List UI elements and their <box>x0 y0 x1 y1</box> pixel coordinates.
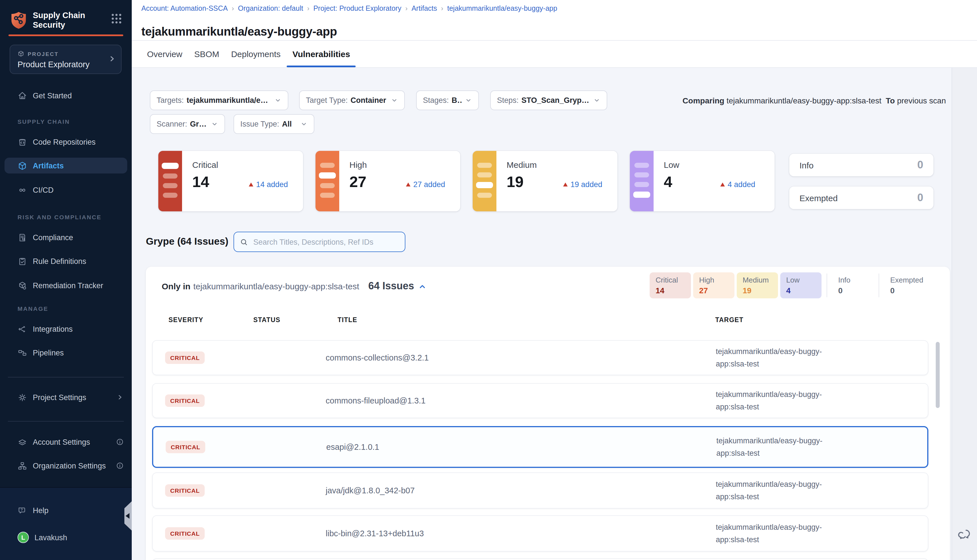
tab-vulnerabilities[interactable]: Vulnerabilities <box>292 41 350 67</box>
filter-stages[interactable]: Stages: Build <box>416 90 479 110</box>
severity-strip-icon <box>473 151 496 211</box>
chat-bubbles-icon[interactable] <box>957 528 972 542</box>
issue-target: tejakummarikuntla/easy-buggy-app:slsa-te… <box>716 388 846 413</box>
sidebar-item-code-repositories[interactable]: Code Repositories <box>0 134 132 150</box>
sidebar-header: Supply Chain Security <box>9 8 125 33</box>
search-icon <box>240 238 248 246</box>
breadcrumb-project[interactable]: Project: Product Exploratory <box>313 5 401 12</box>
breadcrumb: Account: Automation-SSCA › Organization:… <box>141 5 557 12</box>
issue-target: tejakummarikuntla/easy-buggy-app:slsa-te… <box>716 478 846 503</box>
filter-issue-type[interactable]: Issue Type: All <box>234 114 314 134</box>
chip-exempted[interactable]: Exempted0 <box>885 272 929 298</box>
summary-card-info[interactable]: Info 0 <box>789 154 934 176</box>
tabs-bar: Overview SBOM Deployments Vulnerabilitie… <box>132 41 977 68</box>
added-triangle-icon <box>720 183 725 187</box>
sidebar-item-compliance[interactable]: Compliance <box>0 230 132 245</box>
chip-info[interactable]: Info0 <box>833 272 874 298</box>
user-menu[interactable]: L Lavakush <box>0 530 132 545</box>
sidebar-section-risk: RISK AND COMPLIANCE <box>18 213 102 220</box>
sidebar-item-label: Integrations <box>33 325 73 333</box>
summary-card-low[interactable]: Low 4 4 added <box>630 151 775 211</box>
column-severity: SEVERITY <box>169 317 203 323</box>
sidebar-item-project-settings[interactable]: Project Settings <box>0 389 132 405</box>
chip-low[interactable]: Low4 <box>780 272 822 298</box>
tab-overview[interactable]: Overview <box>147 41 182 67</box>
issue-target: tejakummarikuntla/easy-buggy-app:slsa-te… <box>716 435 847 459</box>
issue-row[interactable]: CRITICAL commons-fileupload@1.3.1 tejaku… <box>152 383 929 418</box>
sidebar-item-integrations[interactable]: Integrations <box>0 321 132 337</box>
filter-targets[interactable]: Targets: tejakummarikuntla/easy... <box>150 90 288 110</box>
supply-chain-security-logo-icon <box>9 11 28 30</box>
chip-medium[interactable]: Medium19 <box>737 272 778 298</box>
home-icon <box>18 91 27 100</box>
pipeline-nodes-icon <box>18 348 27 357</box>
breadcrumb-account[interactable]: Account: Automation-SSCA <box>141 5 228 12</box>
project-selector[interactable]: PROJECT Product Exploratory <box>10 45 122 74</box>
help-chat-icon: ? <box>18 505 27 515</box>
severity-badge: CRITICAL <box>165 484 205 497</box>
chip-divider <box>827 273 827 297</box>
summary-card-exempted[interactable]: Exempted 0 <box>789 187 934 209</box>
help-label: Help <box>33 506 48 515</box>
summary-card-medium[interactable]: Medium 19 19 added <box>473 151 618 211</box>
project-cube-icon <box>18 50 24 57</box>
summary-card-high[interactable]: High 27 27 added <box>316 151 460 211</box>
tab-sbom[interactable]: SBOM <box>194 41 219 67</box>
chevron-down-icon <box>465 97 472 104</box>
sidebar-item-get-started[interactable]: Get Started <box>0 88 132 103</box>
project-label: PROJECT <box>28 50 58 57</box>
sidebar-item-label: Rule Definitions <box>33 257 86 265</box>
breadcrumb-separator: › <box>441 5 443 12</box>
sidebar-item-organization-settings[interactable]: Organization Settings <box>0 458 132 473</box>
issue-row-partial[interactable] <box>152 558 929 560</box>
clipboard-check-icon <box>18 256 27 266</box>
column-title: TITLE <box>337 317 357 323</box>
sidebar-item-account-settings[interactable]: Account Settings <box>0 434 132 450</box>
issue-row[interactable]: CRITICAL java/jdk@1.8.0_342-b07 tejakumm… <box>152 472 929 508</box>
chip-high[interactable]: High27 <box>693 272 735 298</box>
sidebar-item-pipelines[interactable]: Pipelines <box>0 345 132 360</box>
sidebar-divider <box>8 421 124 422</box>
search-input[interactable] <box>252 237 399 247</box>
sidebar-section-supply-chain: SUPPLY CHAIN <box>18 118 70 125</box>
sidebar-item-cicd[interactable]: CI/CD <box>0 182 132 198</box>
issue-row[interactable]: CRITICAL libc-bin@2.31-13+deb11u3 tejaku… <box>152 515 929 552</box>
scrollbar-thumb[interactable] <box>936 342 940 408</box>
artifact-box-icon <box>18 161 27 170</box>
tab-deployments[interactable]: Deployments <box>231 41 281 67</box>
added-triangle-icon <box>249 183 253 187</box>
code-repository-icon <box>18 137 27 147</box>
chip-critical[interactable]: Critical14 <box>650 272 691 298</box>
help-button[interactable]: ? Help <box>0 502 132 518</box>
sidebar-item-remediation-tracker[interactable]: Remediation Tracker <box>0 277 132 293</box>
filter-steps[interactable]: Steps: STO_Scan_Grype_1 <box>490 90 607 110</box>
chevron-up-icon[interactable] <box>418 282 427 291</box>
breadcrumb-artifact-name[interactable]: tejakummarikuntla/easy-buggy-app <box>447 5 557 12</box>
sidebar-item-label: Remediation Tracker <box>33 281 103 290</box>
gear-icon <box>18 392 27 402</box>
sidebar-item-rule-definitions[interactable]: Rule Definitions <box>0 253 132 269</box>
chevron-down-icon <box>211 120 218 128</box>
severity-strip-icon <box>158 151 182 211</box>
issues-panel: Only in tejakummarikuntla/easy-buggy-app… <box>146 267 950 560</box>
severity-badge: CRITICAL <box>165 395 205 407</box>
sidebar-item-label: Project Settings <box>33 393 86 402</box>
page-title: tejakummarikuntla/easy-buggy-app <box>141 25 337 38</box>
column-target: TARGET <box>715 317 743 323</box>
issue-row-selected[interactable]: CRITICAL esapi@2.1.0.1 tejakummarikuntla… <box>152 426 929 468</box>
severity-badge: CRITICAL <box>165 352 205 364</box>
filter-target-type[interactable]: Target Type: Container <box>299 90 405 110</box>
breadcrumb-organization[interactable]: Organization: default <box>238 5 303 12</box>
topbar: Account: Automation-SSCA › Organization:… <box>132 0 977 41</box>
sidebar-item-artifacts[interactable]: Artifacts <box>5 158 127 173</box>
app-grid-icon[interactable] <box>110 12 123 25</box>
vulnerabilities-content: Targets: tejakummarikuntla/easy... Targe… <box>132 68 952 560</box>
issue-row[interactable]: CRITICAL commons-collections@3.2.1 tejak… <box>152 340 929 375</box>
breadcrumb-artifacts[interactable]: Artifacts <box>412 5 437 12</box>
sidebar-section-manage: MANAGE <box>18 305 48 312</box>
svg-text:?: ? <box>21 507 23 512</box>
sidebar-divider <box>8 377 124 377</box>
breadcrumb-separator: › <box>232 5 234 12</box>
filter-scanner[interactable]: Scanner: Grype <box>150 114 225 134</box>
summary-card-critical[interactable]: Critical 14 14 added <box>158 151 303 211</box>
